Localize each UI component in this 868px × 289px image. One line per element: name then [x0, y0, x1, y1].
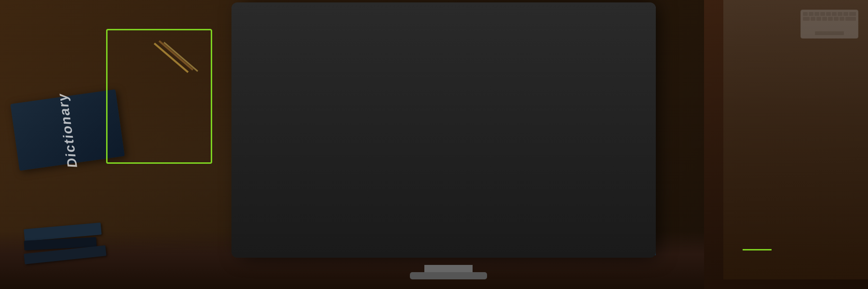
svg-rect-103 — [811, 17, 815, 21]
svg-rect-101 — [849, 12, 856, 16]
dictionary-label: Dictionary — [54, 92, 81, 169]
books-prop — [24, 226, 106, 260]
monitor-frame — [231, 2, 656, 258]
monitor: Matthew D. Available ⌂ Home 👤 New — [212, 0, 685, 270]
svg-rect-94 — [809, 12, 814, 16]
svg-rect-97 — [826, 12, 831, 16]
keyboard-decoration — [800, 10, 858, 40]
right-background — [704, 0, 868, 289]
svg-rect-95 — [814, 12, 819, 16]
right-person-silhouette — [723, 0, 868, 279]
svg-rect-107 — [834, 17, 839, 21]
svg-rect-105 — [822, 17, 827, 21]
svg-rect-93 — [803, 12, 808, 16]
svg-rect-98 — [832, 12, 837, 16]
svg-rect-108 — [840, 17, 844, 21]
svg-rect-99 — [838, 12, 842, 16]
svg-rect-102 — [803, 17, 810, 21]
svg-rect-104 — [816, 17, 821, 21]
svg-rect-100 — [843, 12, 848, 16]
green-accent-line-right — [743, 249, 772, 250]
monitor-base — [410, 272, 487, 279]
green-highlight-box — [106, 29, 212, 164]
svg-rect-110 — [815, 31, 844, 35]
svg-rect-96 — [820, 12, 825, 16]
svg-rect-109 — [845, 17, 856, 21]
svg-rect-106 — [828, 17, 833, 21]
